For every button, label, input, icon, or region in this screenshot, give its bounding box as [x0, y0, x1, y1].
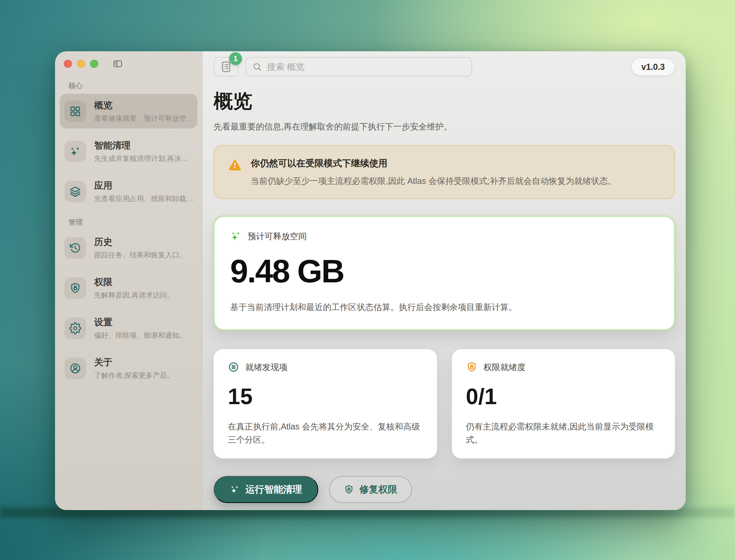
- action-row: 运行智能清理 修复权限: [214, 476, 675, 503]
- sidebar-item-subtitle: 偏好、排除项、致谢和通知。: [94, 331, 186, 340]
- sidebar-toggle-icon[interactable]: [112, 59, 124, 69]
- tasks-button[interactable]: 1: [214, 57, 239, 77]
- findings-card-desc: 在真正执行前,Atlas 会先将其分为安全、复核和高级三个分区。: [228, 420, 423, 446]
- sidebar-item-title: 智能清理: [94, 139, 188, 151]
- sidebar-item-title: 关于: [94, 356, 174, 368]
- fix-permissions-label: 修复权限: [359, 483, 397, 496]
- sparkles-icon: [64, 141, 86, 162]
- version-badge: v1.0.3: [631, 58, 675, 76]
- reclaimable-space-card: 预计可释放空间 9.48 GB 基于当前清理计划和最近的工作区状态估算。执行后会…: [214, 216, 675, 330]
- main-content: 1 v1.0.3 概览 先看最重要的信息,再在理解取舍的前提下执行下一步安全维护…: [202, 51, 686, 510]
- sidebar-item-subtitle: 查看健康摘要、预计可释放空…: [94, 114, 193, 123]
- limited-mode-banner: 你仍然可以在受限模式下继续使用 当前仍缺少至少一项主流程必需权限,因此 Atla…: [214, 145, 675, 199]
- sidebar-item-title: 设置: [94, 316, 186, 328]
- close-button[interactable]: [64, 60, 72, 68]
- banner-title: 你仍然可以在受限模式下继续使用: [251, 157, 616, 169]
- sparkle-icon: [230, 230, 242, 242]
- sidebar-item-permissions[interactable]: 权限 先解释原因,再请求访问。: [60, 271, 197, 305]
- sidebar-item-title: 历史: [94, 236, 186, 248]
- layers-icon: [64, 181, 86, 202]
- shield-lock-icon: [344, 484, 354, 495]
- findings-value: 15: [228, 384, 423, 409]
- history-icon: [64, 237, 86, 259]
- sparkle-icon: [230, 484, 240, 495]
- page-subtitle: 先看最重要的信息,再在理解取舍的前提下执行下一步安全维护。: [214, 121, 675, 132]
- gear-icon: [64, 317, 86, 339]
- sidebar-item-subtitle: 先解释原因,再请求访问。: [94, 290, 174, 300]
- sidebar-item-overview[interactable]: 概览 查看健康摘要、预计可释放空…: [60, 94, 197, 129]
- sidebar-item-subtitle: 跟踪任务、结果和恢复入口。: [94, 250, 186, 260]
- sidebar-item-smart-clean[interactable]: 智能清理 先生成并复核清理计划,再决…: [60, 134, 197, 169]
- grid-icon: [64, 101, 86, 122]
- topbar: 1 v1.0.3: [214, 57, 675, 77]
- space-card-desc: 基于当前清理计划和最近的工作区状态估算。执行后会按剩余项目重新计算。: [230, 301, 658, 314]
- sidebar-item-subtitle: 先生成并复核清理计划,再决…: [94, 154, 188, 163]
- permission-card-label: 权限就绪度: [484, 362, 526, 373]
- sidebar-item-subtitle: 了解作者,探索更多产品。: [94, 371, 174, 380]
- minimize-button[interactable]: [77, 60, 85, 68]
- run-smart-clean-label: 运行智能清理: [245, 483, 302, 496]
- space-value: 9.48 GB: [230, 253, 658, 290]
- shield-lock-orange-icon: [466, 361, 478, 373]
- person-icon: [64, 358, 86, 379]
- sidebar-section-core: 核心: [69, 81, 199, 90]
- app-window: 核心 概览 查看健康摘要、预计可释放空…: [55, 51, 686, 510]
- findings-card: 就绪发现项 15 在真正执行前,Atlas 会先将其分为安全、复核和高级三个分区…: [214, 349, 437, 458]
- search-icon: [252, 62, 262, 72]
- sidebar-item-apps[interactable]: 应用 先查看应用占用、残留和卸载…: [60, 174, 197, 209]
- search-field[interactable]: [245, 57, 472, 77]
- shield-lock-icon: [64, 277, 86, 299]
- list-circle-icon: [228, 361, 239, 373]
- sidebar-item-about[interactable]: 关于 了解作者,探索更多产品。: [60, 351, 197, 386]
- sidebar-item-title: 概览: [94, 99, 193, 111]
- permission-card: 权限就绪度 0/1 仍有主流程必需权限未就绪,因此当前显示为受限模式。: [452, 349, 675, 458]
- sidebar-item-subtitle: 先查看应用占用、残留和卸载…: [94, 194, 193, 203]
- fix-permissions-button[interactable]: 修复权限: [329, 476, 412, 503]
- traffic-lights: [64, 60, 98, 68]
- banner-body: 当前仍缺少至少一项主流程必需权限,因此 Atlas 会保持受限模式;补齐后就会自…: [251, 175, 616, 187]
- space-card-label: 预计可释放空间: [248, 231, 307, 242]
- sidebar: 核心 概览 查看健康摘要、预计可释放空…: [55, 51, 202, 510]
- sidebar-item-title: 应用: [94, 179, 193, 192]
- permission-value: 0/1: [466, 384, 661, 409]
- sidebar-item-title: 权限: [94, 276, 174, 288]
- warning-icon: [228, 157, 242, 171]
- findings-card-label: 就绪发现项: [245, 362, 288, 373]
- run-smart-clean-button[interactable]: 运行智能清理: [214, 476, 318, 503]
- sidebar-item-history[interactable]: 历史 跟踪任务、结果和恢复入口。: [60, 230, 197, 265]
- sidebar-item-settings[interactable]: 设置 偏好、排除项、致谢和通知。: [60, 311, 197, 345]
- sidebar-section-manage: 管理: [69, 218, 199, 227]
- page-title: 概览: [214, 88, 675, 114]
- zoom-button[interactable]: [90, 60, 98, 68]
- permission-card-desc: 仍有主流程必需权限未就绪,因此当前显示为受限模式。: [466, 420, 661, 446]
- notification-badge: 1: [229, 52, 242, 65]
- search-input[interactable]: [267, 62, 465, 72]
